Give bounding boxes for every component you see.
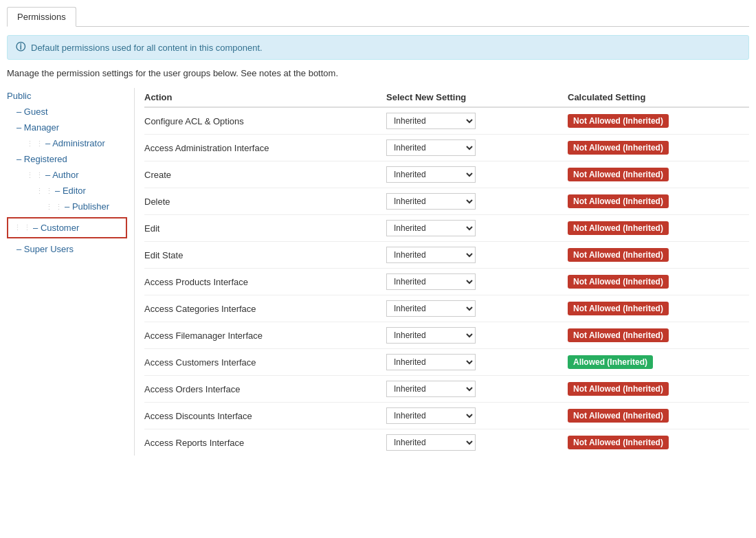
calculated-badge-6: Not Allowed (Inherited): [568, 275, 669, 289]
sidebar-item-9[interactable]: – Super Users: [7, 241, 127, 257]
sidebar-link-8[interactable]: – Customer: [33, 223, 79, 233]
sidebar-item-2[interactable]: – Manager: [7, 120, 127, 135]
action-name-4: Edit: [144, 223, 386, 234]
calculated-badge-0: Not Allowed (Inherited): [568, 114, 669, 128]
sidebar-link-7[interactable]: – Publisher: [65, 201, 109, 212]
action-name-6: Access Products Interface: [144, 277, 386, 287]
col-header-select: Select New Setting: [386, 92, 568, 102]
sidebar-item-1[interactable]: – Guest: [7, 104, 127, 120]
table-row: DeleteInheritedAllowedDeniedNot Allowed …: [144, 188, 749, 215]
perm-select-11[interactable]: InheritedAllowedDenied: [386, 407, 476, 424]
sidebar-item-6[interactable]: ⋮ ⋮– Editor: [7, 183, 127, 199]
sidebar-item-3[interactable]: ⋮ ⋮– Administrator: [7, 135, 127, 151]
drag-dots: ⋮ ⋮: [36, 187, 53, 195]
perm-select-4[interactable]: InheritedAllowedDenied: [386, 220, 476, 236]
sidebar-link-0[interactable]: Public: [7, 91, 31, 101]
drag-dots: ⋮ ⋮: [26, 171, 43, 179]
sidebar-item-7[interactable]: ⋮ ⋮– Publisher: [7, 199, 127, 214]
sidebar-item-4[interactable]: – Registered: [7, 151, 127, 167]
calculated-badge-1: Not Allowed (Inherited): [568, 141, 669, 155]
action-name-11: Access Discounts Interface: [144, 411, 386, 421]
info-banner-text: Default permissions used for all content…: [31, 43, 263, 53]
action-name-9: Access Customers Interface: [144, 357, 386, 368]
main-layout: Public– Guest– Manager⋮ ⋮– Administrator…: [7, 88, 749, 456]
sidebar-item-5[interactable]: ⋮ ⋮– Author: [7, 167, 127, 183]
sidebar-item-8[interactable]: ⋮ ⋮– Customer: [7, 217, 127, 238]
info-icon: ⓘ: [16, 41, 25, 54]
sidebar-link-3[interactable]: – Administrator: [45, 138, 105, 148]
calculated-badge-5: Not Allowed (Inherited): [568, 248, 669, 262]
perm-select-12[interactable]: InheritedAllowedDenied: [386, 434, 476, 451]
calculated-badge-12: Not Allowed (Inherited): [568, 436, 669, 449]
calculated-badge-3: Not Allowed (Inherited): [568, 194, 669, 208]
calculated-badge-8: Not Allowed (Inherited): [568, 328, 669, 342]
sidebar-link-1[interactable]: – Guest: [16, 107, 48, 117]
table-row: EditInheritedAllowedDeniedNot Allowed (I…: [144, 215, 749, 242]
drag-dots: ⋮ ⋮: [45, 203, 63, 211]
table-row: Access Customers InterfaceInheritedAllow…: [144, 349, 749, 376]
col-header-calculated: Calculated Setting: [568, 92, 749, 102]
perm-select-0[interactable]: InheritedAllowedDenied: [386, 113, 476, 129]
drag-dots: ⋮ ⋮: [14, 223, 31, 232]
action-name-7: Access Categories Interface: [144, 304, 386, 314]
sidebar-link-5[interactable]: – Author: [45, 170, 78, 180]
table-row: CreateInheritedAllowedDeniedNot Allowed …: [144, 161, 749, 188]
table-row: Access Reports InterfaceInheritedAllowed…: [144, 429, 749, 456]
action-name-8: Access Filemanager Interface: [144, 330, 386, 341]
perm-select-1[interactable]: InheritedAllowedDenied: [386, 139, 476, 156]
table-row: Access Discounts InterfaceInheritedAllow…: [144, 403, 749, 429]
table-row: Access Administration InterfaceInherited…: [144, 135, 749, 161]
sidebar-item-0[interactable]: Public: [7, 88, 127, 104]
sidebar-link-6[interactable]: – Editor: [55, 186, 86, 196]
col-header-action: Action: [144, 92, 386, 102]
action-name-2: Create: [144, 170, 386, 180]
table-row: Configure ACL & OptionsInheritedAllowedD…: [144, 108, 749, 135]
action-name-5: Edit State: [144, 250, 386, 260]
action-name-12: Access Reports Interface: [144, 438, 386, 448]
perm-select-8[interactable]: InheritedAllowedDenied: [386, 327, 476, 344]
tab-permissions[interactable]: Permissions: [7, 7, 76, 27]
calculated-badge-2: Not Allowed (Inherited): [568, 168, 669, 181]
table-row: Access Categories InterfaceInheritedAllo…: [144, 295, 749, 322]
perm-select-3[interactable]: InheritedAllowedDenied: [386, 193, 476, 210]
calculated-badge-11: Not Allowed (Inherited): [568, 409, 669, 423]
action-name-1: Access Administration Interface: [144, 143, 386, 153]
table-row: Edit StateInheritedAllowedDeniedNot Allo…: [144, 242, 749, 269]
calculated-badge-4: Not Allowed (Inherited): [568, 221, 669, 235]
calculated-badge-7: Not Allowed (Inherited): [568, 302, 669, 315]
info-banner: ⓘ Default permissions used for all conte…: [7, 35, 749, 60]
perm-select-7[interactable]: InheritedAllowedDenied: [386, 300, 476, 317]
calculated-badge-9: Allowed (Inherited): [568, 355, 653, 369]
page-wrapper: Permissions ⓘ Default permissions used f…: [0, 0, 756, 538]
action-name-10: Access Orders Interface: [144, 384, 386, 394]
sidebar-link-2[interactable]: – Manager: [16, 122, 59, 133]
perm-select-5[interactable]: InheritedAllowedDenied: [386, 247, 476, 263]
table-row: Access Products InterfaceInheritedAllowe…: [144, 269, 749, 295]
perm-select-9[interactable]: InheritedAllowedDenied: [386, 354, 476, 370]
description-text: Manage the permission settings for the u…: [7, 68, 749, 78]
table-row: Access Orders InterfaceInheritedAllowedD…: [144, 376, 749, 403]
drag-dots: ⋮ ⋮: [26, 139, 43, 148]
sidebar: Public– Guest– Manager⋮ ⋮– Administrator…: [7, 88, 134, 456]
perm-select-6[interactable]: InheritedAllowedDenied: [386, 273, 476, 290]
action-name-3: Delete: [144, 197, 386, 207]
tabs-bar: Permissions: [7, 7, 749, 27]
action-name-0: Configure ACL & Options: [144, 116, 386, 126]
sidebar-link-4[interactable]: – Registered: [16, 154, 67, 164]
sidebar-link-9[interactable]: – Super Users: [16, 244, 74, 254]
permissions-table: Configure ACL & OptionsInheritedAllowedD…: [144, 108, 749, 456]
content-area: Action Select New Setting Calculated Set…: [134, 88, 749, 456]
table-row: Access Filemanager InterfaceInheritedAll…: [144, 322, 749, 349]
table-header: Action Select New Setting Calculated Set…: [144, 88, 749, 108]
perm-select-2[interactable]: InheritedAllowedDenied: [386, 166, 476, 183]
perm-select-10[interactable]: InheritedAllowedDenied: [386, 381, 476, 397]
calculated-badge-10: Not Allowed (Inherited): [568, 382, 669, 396]
